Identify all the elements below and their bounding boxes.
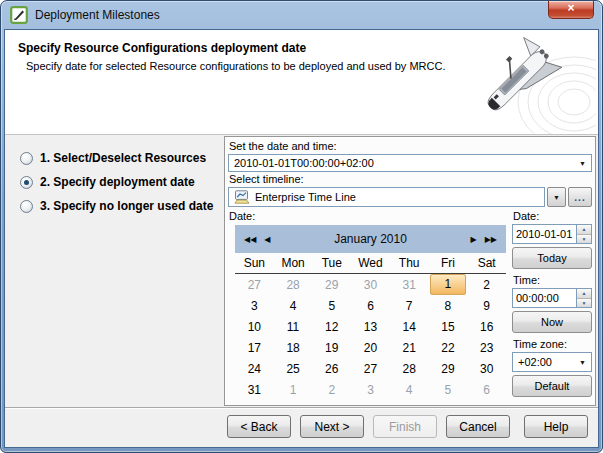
default-button[interactable]: Default: [512, 375, 592, 397]
calendar-day[interactable]: 4: [274, 295, 313, 316]
calendar-day[interactable]: 21: [390, 337, 429, 358]
next-year-button[interactable]: ▶▶: [485, 235, 497, 244]
calendar-day[interactable]: 15: [429, 316, 468, 337]
calendar-day[interactable]: 11: [274, 316, 313, 337]
time-value: 00:00:00: [512, 288, 576, 308]
calendar-day[interactable]: 28: [390, 358, 429, 379]
calendar-day[interactable]: 10: [235, 316, 274, 337]
cancel-button[interactable]: Cancel: [446, 415, 510, 438]
timeline-combobox[interactable]: Enterprise Time Line: [228, 187, 545, 207]
calendar-day[interactable]: 12: [312, 316, 351, 337]
calendar-day[interactable]: 24: [235, 358, 274, 379]
calendar-day[interactable]: 19: [312, 337, 351, 358]
calendar-day[interactable]: 5: [429, 379, 468, 400]
spinner-up-icon[interactable]: ▲: [577, 289, 591, 299]
calendar-month-year: January 2010: [278, 232, 462, 246]
timezone-value: +02:00: [518, 356, 552, 368]
timezone-combobox[interactable]: +02:00 ▼: [512, 352, 592, 372]
wizard-body: 1. Select/Deselect Resources2. Specify d…: [5, 136, 598, 407]
close-button[interactable]: ×: [548, 1, 594, 19]
date-spinner[interactable]: 2010-01-01 ▲ ▼: [512, 224, 592, 244]
step-option-2[interactable]: 2. Specify deployment date: [20, 175, 213, 189]
day-name: Sun: [235, 256, 274, 270]
step-option-3[interactable]: 3. Specify no longer used date: [20, 199, 213, 213]
date-label: Date:: [513, 210, 592, 222]
calendar-day[interactable]: 3: [351, 379, 390, 400]
calendar-day[interactable]: 18: [274, 337, 313, 358]
radio-icon[interactable]: [20, 200, 33, 213]
calendar-day[interactable]: 7: [390, 295, 429, 316]
calendar-day[interactable]: 20: [351, 337, 390, 358]
next-button[interactable]: Next >: [300, 415, 364, 438]
calendar-day[interactable]: 14: [390, 316, 429, 337]
dialog-content: Specify Resource Configurations deployme…: [4, 29, 599, 448]
time-label: Time:: [513, 274, 592, 286]
finish-button[interactable]: Finish: [373, 415, 437, 438]
calendar-day[interactable]: 25: [274, 358, 313, 379]
radio-icon[interactable]: [20, 176, 33, 189]
timeline-browse-button[interactable]: ...: [568, 187, 592, 207]
calendar-day[interactable]: 30: [351, 274, 390, 295]
calendar-day[interactable]: 2: [467, 274, 506, 295]
calendar-day[interactable]: 27: [235, 274, 274, 295]
now-button[interactable]: Now: [512, 311, 592, 333]
date-spinner-buttons: ▲ ▼: [576, 224, 592, 244]
page-title: Specify Resource Configurations deployme…: [18, 41, 306, 55]
calendar-date-label: Date:: [229, 210, 510, 222]
radio-icon[interactable]: [20, 152, 33, 165]
step-label: 3. Specify no longer used date: [40, 199, 213, 213]
calendar-day[interactable]: 23: [467, 337, 506, 358]
time-spinner[interactable]: 00:00:00 ▲ ▼: [512, 288, 592, 308]
calendar-day-selected[interactable]: 1: [429, 274, 468, 295]
back-button[interactable]: < Back: [227, 415, 291, 438]
close-icon: ×: [567, 1, 574, 15]
calendar-day[interactable]: 22: [429, 337, 468, 358]
spinner-up-icon[interactable]: ▲: [577, 225, 591, 235]
calendar-day[interactable]: 26: [312, 358, 351, 379]
calendar-day[interactable]: 28: [274, 274, 313, 295]
datetime-combobox[interactable]: 2010-01-01T00:00:00+02:00 ▼: [228, 154, 592, 172]
calendar-day[interactable]: 27: [351, 358, 390, 379]
calendar-day[interactable]: 2: [312, 379, 351, 400]
calendar-day[interactable]: 17: [235, 337, 274, 358]
spinner-down-icon[interactable]: ▼: [577, 299, 591, 308]
calendar-day[interactable]: 8: [429, 295, 468, 316]
date-value: 2010-01-01: [512, 224, 576, 244]
calendar-day[interactable]: 13: [351, 316, 390, 337]
step-label: 1. Select/Deselect Resources: [40, 151, 206, 165]
calendar-day[interactable]: 31: [235, 379, 274, 400]
calendar-day[interactable]: 31: [390, 274, 429, 295]
calendar-day[interactable]: 6: [467, 379, 506, 400]
day-name: Thu: [390, 256, 429, 270]
today-button[interactable]: Today: [512, 247, 592, 269]
window-title: Deployment Milestones: [35, 8, 160, 22]
chevron-down-icon: ▼: [579, 160, 586, 167]
previous-month-button[interactable]: ◀: [264, 235, 270, 244]
timezone-label: Time zone:: [513, 338, 592, 350]
calendar-header: ◀◀ ◀ January 2010 ▶ ▶▶: [235, 225, 506, 253]
calendar-day[interactable]: 5: [312, 295, 351, 316]
help-button[interactable]: Help: [524, 415, 588, 438]
calendar-day[interactable]: 9: [467, 295, 506, 316]
day-name: Wed: [351, 256, 390, 270]
next-month-button[interactable]: ▶: [471, 235, 477, 244]
calendar-day[interactable]: 1: [274, 379, 313, 400]
calendar-day[interactable]: 30: [467, 358, 506, 379]
day-name: Sat: [467, 256, 506, 270]
date-picker-row: Date: ◀◀ ◀ January 2010 ▶ ▶▶ SunMonTueWe…: [228, 209, 592, 401]
calendar-day[interactable]: 6: [351, 295, 390, 316]
title-bar[interactable]: Deployment Milestones ×: [1, 1, 602, 29]
calendar-day[interactable]: 4: [390, 379, 429, 400]
timeline-dropdown-button[interactable]: ▼: [547, 187, 566, 207]
calendar-day[interactable]: 3: [235, 295, 274, 316]
timeline-row: Enterprise Time Line ▼ ...: [228, 187, 592, 207]
spinner-down-icon[interactable]: ▼: [577, 235, 591, 244]
previous-year-button[interactable]: ◀◀: [244, 235, 256, 244]
calendar-day[interactable]: 29: [429, 358, 468, 379]
timeline-icon: [234, 190, 250, 204]
day-name: Mon: [274, 256, 313, 270]
step-option-1[interactable]: 1. Select/Deselect Resources: [20, 151, 213, 165]
calendar-day[interactable]: 16: [467, 316, 506, 337]
calendar-day[interactable]: 29: [312, 274, 351, 295]
deployment-milestones-dialog: Deployment Milestones × Specify Resource…: [0, 0, 603, 453]
